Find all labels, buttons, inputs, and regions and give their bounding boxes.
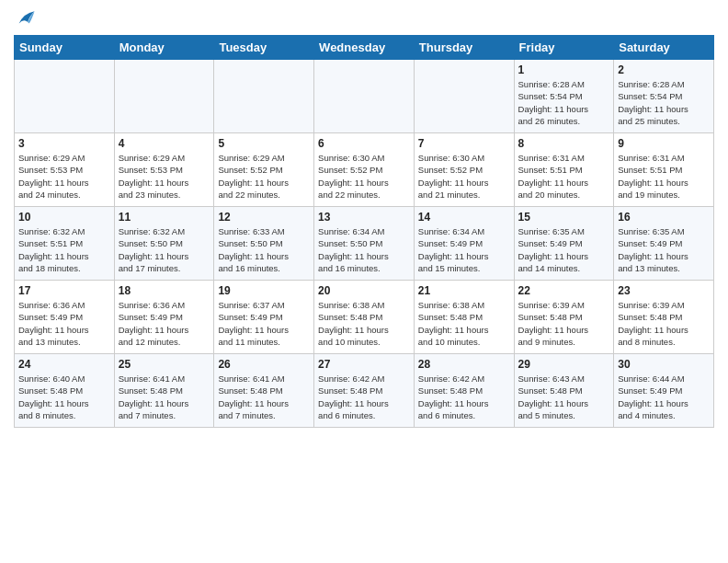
day-number: 30	[618, 358, 710, 371]
day-info: Sunrise: 6:39 AM Sunset: 5:48 PM Dayligh…	[618, 299, 710, 348]
day-number: 29	[518, 358, 610, 371]
calendar-day-cell: 23Sunrise: 6:39 AM Sunset: 5:48 PM Dayli…	[614, 281, 714, 354]
weekday-header-cell: Tuesday	[214, 36, 314, 60]
day-info: Sunrise: 6:37 AM Sunset: 5:49 PM Dayligh…	[218, 299, 310, 348]
day-info: Sunrise: 6:35 AM Sunset: 5:49 PM Dayligh…	[518, 225, 610, 274]
weekday-header-cell: Thursday	[414, 36, 514, 60]
calendar-day-cell: 24Sunrise: 6:40 AM Sunset: 5:48 PM Dayli…	[15, 354, 115, 428]
logo-bird-icon	[16, 9, 36, 28]
logo-text	[14, 9, 36, 28]
page: SundayMondayTuesdayWednesdayThursdayFrid…	[0, 0, 728, 563]
day-number: 19	[218, 284, 310, 297]
day-number: 23	[618, 284, 710, 297]
day-number: 20	[318, 284, 410, 297]
day-info: Sunrise: 6:34 AM Sunset: 5:49 PM Dayligh…	[418, 225, 510, 274]
day-number: 2	[618, 63, 710, 76]
day-info: Sunrise: 6:28 AM Sunset: 5:54 PM Dayligh…	[618, 78, 710, 127]
day-number: 28	[418, 358, 510, 371]
day-number: 17	[18, 284, 110, 297]
calendar-week-row: 3Sunrise: 6:29 AM Sunset: 5:53 PM Daylig…	[15, 133, 714, 207]
calendar-day-cell	[214, 60, 314, 133]
weekday-header-cell: Monday	[114, 36, 214, 60]
day-number: 15	[518, 211, 610, 224]
day-number: 7	[418, 137, 510, 150]
calendar-day-cell: 15Sunrise: 6:35 AM Sunset: 5:49 PM Dayli…	[514, 207, 614, 281]
day-number: 6	[318, 137, 410, 150]
calendar-day-cell: 21Sunrise: 6:38 AM Sunset: 5:48 PM Dayli…	[414, 281, 514, 354]
calendar-day-cell	[414, 60, 514, 133]
day-info: Sunrise: 6:31 AM Sunset: 5:51 PM Dayligh…	[618, 152, 710, 201]
day-number: 21	[418, 284, 510, 297]
calendar-day-cell: 1Sunrise: 6:28 AM Sunset: 5:54 PM Daylig…	[514, 60, 614, 133]
calendar-day-cell: 5Sunrise: 6:29 AM Sunset: 5:52 PM Daylig…	[214, 133, 314, 207]
calendar-day-cell: 22Sunrise: 6:39 AM Sunset: 5:48 PM Dayli…	[514, 281, 614, 354]
calendar-week-row: 24Sunrise: 6:40 AM Sunset: 5:48 PM Dayli…	[15, 354, 714, 428]
weekday-header-cell: Wednesday	[314, 36, 415, 60]
day-number: 4	[119, 137, 210, 150]
calendar-day-cell: 6Sunrise: 6:30 AM Sunset: 5:52 PM Daylig…	[314, 133, 415, 207]
calendar-day-cell: 27Sunrise: 6:42 AM Sunset: 5:48 PM Dayli…	[314, 354, 415, 428]
day-number: 12	[218, 211, 310, 224]
day-info: Sunrise: 6:30 AM Sunset: 5:52 PM Dayligh…	[418, 152, 510, 201]
calendar-day-cell: 29Sunrise: 6:43 AM Sunset: 5:48 PM Dayli…	[514, 354, 614, 428]
calendar-day-cell: 19Sunrise: 6:37 AM Sunset: 5:49 PM Dayli…	[214, 281, 314, 354]
day-info: Sunrise: 6:29 AM Sunset: 5:52 PM Dayligh…	[218, 152, 310, 201]
calendar-day-cell: 11Sunrise: 6:32 AM Sunset: 5:50 PM Dayli…	[114, 207, 214, 281]
calendar-day-cell: 4Sunrise: 6:29 AM Sunset: 5:53 PM Daylig…	[114, 133, 214, 207]
weekday-header-row: SundayMondayTuesdayWednesdayThursdayFrid…	[15, 36, 714, 60]
calendar-day-cell: 14Sunrise: 6:34 AM Sunset: 5:49 PM Dayli…	[414, 207, 514, 281]
day-number: 1	[518, 63, 610, 76]
logo	[14, 9, 36, 28]
day-info: Sunrise: 6:29 AM Sunset: 5:53 PM Dayligh…	[18, 152, 110, 201]
calendar-day-cell: 2Sunrise: 6:28 AM Sunset: 5:54 PM Daylig…	[614, 60, 714, 133]
header	[14, 9, 714, 28]
day-info: Sunrise: 6:33 AM Sunset: 5:50 PM Dayligh…	[218, 225, 310, 274]
calendar-body: 1Sunrise: 6:28 AM Sunset: 5:54 PM Daylig…	[15, 60, 714, 428]
calendar-day-cell: 3Sunrise: 6:29 AM Sunset: 5:53 PM Daylig…	[15, 133, 115, 207]
day-info: Sunrise: 6:36 AM Sunset: 5:49 PM Dayligh…	[119, 299, 210, 348]
day-info: Sunrise: 6:41 AM Sunset: 5:48 PM Dayligh…	[218, 373, 310, 421]
calendar-day-cell: 10Sunrise: 6:32 AM Sunset: 5:51 PM Dayli…	[15, 207, 115, 281]
calendar-day-cell: 25Sunrise: 6:41 AM Sunset: 5:48 PM Dayli…	[114, 354, 214, 428]
day-number: 18	[119, 284, 210, 297]
day-info: Sunrise: 6:42 AM Sunset: 5:48 PM Dayligh…	[318, 373, 410, 421]
day-number: 10	[18, 211, 110, 224]
calendar-day-cell: 20Sunrise: 6:38 AM Sunset: 5:48 PM Dayli…	[314, 281, 415, 354]
day-number: 26	[218, 358, 310, 371]
day-number: 13	[318, 211, 410, 224]
day-number: 3	[18, 137, 110, 150]
day-info: Sunrise: 6:43 AM Sunset: 5:48 PM Dayligh…	[518, 373, 610, 421]
day-number: 5	[218, 137, 310, 150]
day-info: Sunrise: 6:44 AM Sunset: 5:49 PM Dayligh…	[618, 373, 710, 421]
calendar-day-cell: 17Sunrise: 6:36 AM Sunset: 5:49 PM Dayli…	[15, 281, 115, 354]
calendar-day-cell	[114, 60, 214, 133]
day-number: 11	[119, 211, 210, 224]
day-info: Sunrise: 6:31 AM Sunset: 5:51 PM Dayligh…	[518, 152, 610, 201]
day-info: Sunrise: 6:35 AM Sunset: 5:49 PM Dayligh…	[618, 225, 710, 274]
calendar-day-cell: 7Sunrise: 6:30 AM Sunset: 5:52 PM Daylig…	[414, 133, 514, 207]
day-number: 8	[518, 137, 610, 150]
weekday-header-cell: Sunday	[15, 36, 115, 60]
day-number: 16	[618, 211, 710, 224]
day-info: Sunrise: 6:41 AM Sunset: 5:48 PM Dayligh…	[119, 373, 210, 421]
calendar-day-cell: 16Sunrise: 6:35 AM Sunset: 5:49 PM Dayli…	[614, 207, 714, 281]
calendar-day-cell: 8Sunrise: 6:31 AM Sunset: 5:51 PM Daylig…	[514, 133, 614, 207]
day-info: Sunrise: 6:38 AM Sunset: 5:48 PM Dayligh…	[418, 299, 510, 348]
day-info: Sunrise: 6:42 AM Sunset: 5:48 PM Dayligh…	[418, 373, 510, 421]
calendar-day-cell	[314, 60, 415, 133]
day-info: Sunrise: 6:32 AM Sunset: 5:51 PM Dayligh…	[18, 225, 110, 274]
day-info: Sunrise: 6:30 AM Sunset: 5:52 PM Dayligh…	[318, 152, 410, 201]
day-info: Sunrise: 6:39 AM Sunset: 5:48 PM Dayligh…	[518, 299, 610, 348]
day-info: Sunrise: 6:38 AM Sunset: 5:48 PM Dayligh…	[318, 299, 410, 348]
day-number: 27	[318, 358, 410, 371]
day-info: Sunrise: 6:29 AM Sunset: 5:53 PM Dayligh…	[119, 152, 210, 201]
day-number: 25	[119, 358, 210, 371]
calendar-day-cell: 18Sunrise: 6:36 AM Sunset: 5:49 PM Dayli…	[114, 281, 214, 354]
calendar-week-row: 1Sunrise: 6:28 AM Sunset: 5:54 PM Daylig…	[15, 60, 714, 133]
calendar-day-cell: 28Sunrise: 6:42 AM Sunset: 5:48 PM Dayli…	[414, 354, 514, 428]
day-info: Sunrise: 6:40 AM Sunset: 5:48 PM Dayligh…	[18, 373, 110, 421]
weekday-header-cell: Saturday	[614, 36, 714, 60]
calendar-day-cell	[15, 60, 115, 133]
calendar-week-row: 10Sunrise: 6:32 AM Sunset: 5:51 PM Dayli…	[15, 207, 714, 281]
day-number: 9	[618, 137, 710, 150]
